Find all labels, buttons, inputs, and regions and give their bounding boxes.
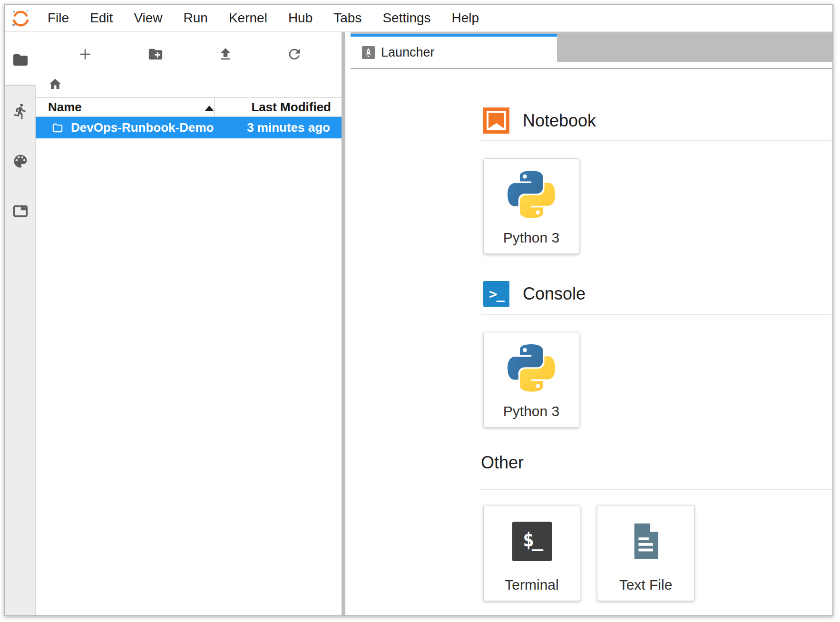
section-title-notebook: Notebook — [523, 111, 596, 131]
refresh-button[interactable] — [286, 46, 303, 63]
palette-icon — [12, 153, 29, 170]
sidebar-tab-command-palette[interactable] — [5, 153, 36, 170]
home-icon — [48, 77, 62, 91]
folder-outline-icon — [51, 122, 64, 134]
menu-edit[interactable]: Edit — [79, 5, 123, 31]
card-label: Text File — [597, 577, 694, 593]
upload-button[interactable] — [217, 46, 234, 63]
menu-hub[interactable]: Hub — [278, 5, 323, 31]
panel-splitter[interactable] — [342, 32, 345, 615]
main-dock-panel: Launcher Notebook — [345, 32, 832, 615]
card-label: Python 3 — [484, 403, 579, 419]
section-header-console: >_ Console — [483, 281, 586, 307]
section-title-other: Other — [481, 453, 524, 473]
app-body: Name Last Modified DevOps-Runbook-Demo 3… — [5, 32, 832, 615]
notebook-icon — [483, 107, 509, 134]
section-divider — [481, 314, 831, 315]
tab-launcher[interactable]: Launcher — [351, 34, 557, 68]
python-logo-icon — [508, 171, 555, 218]
menu-view[interactable]: View — [123, 5, 173, 31]
menu-kernel[interactable]: Kernel — [218, 5, 278, 31]
new-folder-icon — [147, 46, 164, 62]
activity-bar — [5, 32, 36, 615]
file-modified-time: 3 minutes ago — [247, 120, 330, 135]
new-folder-button[interactable] — [147, 46, 164, 63]
column-header-last-modified[interactable]: Last Modified — [251, 98, 331, 116]
text-file-icon — [627, 521, 664, 562]
plus-icon — [77, 46, 93, 62]
section-divider — [481, 140, 831, 141]
launcher-rocket-icon — [362, 46, 375, 59]
launcher-body: Notebook — [345, 69, 832, 615]
launcher-card-text-file[interactable]: Text File — [597, 505, 694, 601]
menu-file[interactable]: File — [37, 5, 79, 31]
terminal-icon: $_ — [512, 522, 552, 561]
launcher-card-notebook-python3[interactable]: Python 3 — [483, 158, 579, 254]
card-label: Python 3 — [484, 230, 579, 246]
folder-icon — [12, 51, 29, 68]
notebook-bookmark-shape — [488, 113, 504, 128]
jupyterlab-window: File Edit View Run Kernel Hub Tabs Setti… — [4, 4, 833, 616]
section-header-other: Other — [481, 453, 524, 473]
jupyterhub-logo-icon — [10, 8, 30, 28]
tab-launcher-label: Launcher — [381, 45, 435, 60]
refresh-icon — [286, 46, 303, 62]
section-divider — [481, 489, 831, 490]
menu-run[interactable]: Run — [173, 5, 218, 31]
menu-bar: File Edit View Run Kernel Hub Tabs Setti… — [5, 5, 832, 32]
sidebar-tab-open-tabs[interactable] — [5, 203, 36, 220]
menu-settings[interactable]: Settings — [372, 5, 441, 31]
sidebar-tab-running-sessions[interactable] — [5, 103, 36, 120]
launcher-card-console-python3[interactable]: Python 3 — [483, 332, 579, 428]
menu-tabs[interactable]: Tabs — [323, 5, 372, 31]
card-label: Terminal — [484, 577, 580, 593]
menu-help[interactable]: Help — [441, 5, 490, 31]
column-divider — [214, 98, 215, 116]
console-icon: >_ — [483, 281, 509, 307]
sidebar-tab-file-browser[interactable] — [5, 51, 36, 68]
file-list-header: Name Last Modified — [36, 97, 342, 117]
file-name: DevOps-Runbook-Demo — [71, 120, 247, 135]
upload-icon — [217, 46, 234, 62]
running-man-icon — [12, 103, 29, 120]
section-title-console: Console — [523, 284, 586, 304]
breadcrumb-home[interactable] — [48, 77, 62, 91]
column-header-name[interactable]: Name — [48, 98, 82, 116]
section-header-notebook: Notebook — [483, 107, 596, 134]
file-browser-panel: Name Last Modified DevOps-Runbook-Demo 3… — [36, 32, 342, 615]
python-logo-icon — [508, 344, 555, 392]
sort-ascending-icon[interactable] — [205, 106, 214, 111]
launcher-card-terminal[interactable]: $_ Terminal — [483, 505, 580, 601]
new-launcher-button[interactable] — [77, 46, 94, 63]
file-row-selected[interactable]: DevOps-Runbook-Demo 3 minutes ago — [36, 117, 342, 138]
tabs-icon — [12, 203, 29, 220]
